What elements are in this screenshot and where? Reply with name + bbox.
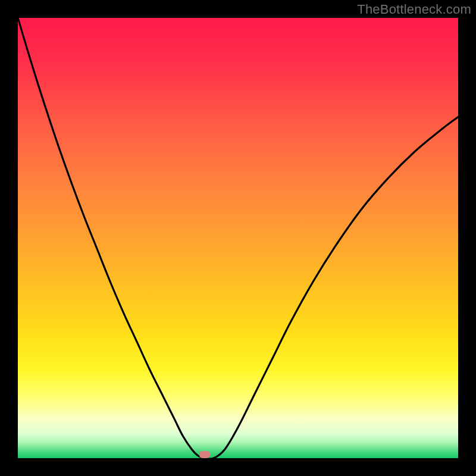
chart-frame: TheBottleneck.com xyxy=(0,0,476,476)
bottleneck-curve xyxy=(18,18,458,458)
plot-area xyxy=(18,18,458,458)
optimum-marker xyxy=(199,451,210,458)
watermark-text: TheBottleneck.com xyxy=(357,2,471,17)
